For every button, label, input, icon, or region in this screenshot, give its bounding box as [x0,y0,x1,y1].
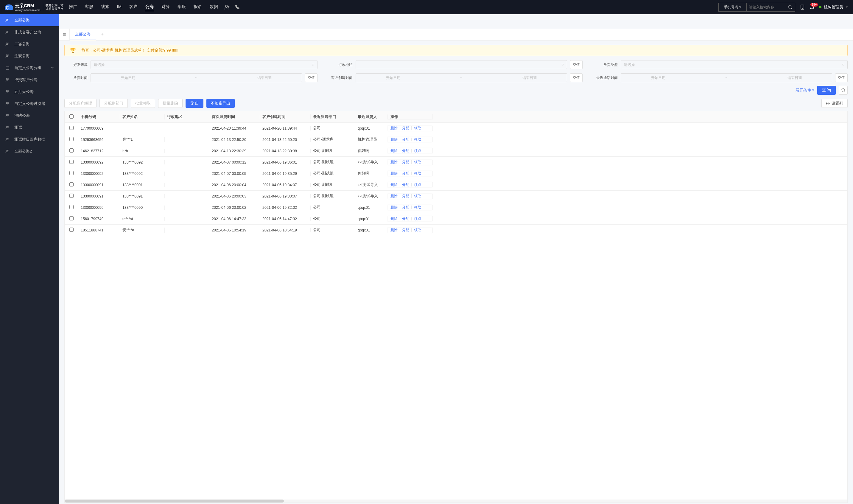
row-checkbox[interactable] [69,182,74,186]
tablet-icon[interactable] [799,4,805,10]
row-checkbox[interactable] [69,228,74,232]
row-assign-link[interactable]: 分配 [402,126,409,131]
notification-bell[interactable]: 99+ [810,4,815,10]
nav-item[interactable]: 数据 [209,3,219,11]
sidebar-item[interactable]: 全部公海2 [0,145,59,157]
row-checkbox[interactable] [69,194,74,198]
sidebar-item[interactable]: 自定义公海分组▽ [0,62,59,74]
search-button[interactable] [785,3,795,11]
abandon-type-select[interactable]: 请选择▽ [621,60,848,69]
set-columns-button[interactable]: 设置列 [821,99,848,108]
row-take-link[interactable]: 领取 [414,126,421,131]
logo[interactable]: 云朵CRM www.yunduocrm.com 教育机构一站式服务云平台 [5,3,63,12]
row-checkbox[interactable] [69,137,74,141]
row-take-link[interactable]: 领取 [414,182,421,187]
sidebar-item[interactable]: 全部公海 [0,14,59,26]
tabs-collapse-icon[interactable] [59,29,70,40]
sidebar-item[interactable]: 成交客户公海 [0,74,59,86]
sidebar-item[interactable]: 消防公海 [0,110,59,122]
assign-dept-button[interactable]: 分配到部门 [99,99,128,108]
nav-item[interactable]: 财务 [161,3,170,11]
row-assign-link[interactable]: 分配 [402,171,409,176]
nav-item[interactable]: 客户 [129,3,138,11]
row-take-link[interactable]: 领取 [414,216,421,221]
row-assign-link[interactable]: 分配 [402,228,409,233]
nav-item[interactable]: 线索 [101,3,110,11]
row-assign-link[interactable]: 分配 [402,216,409,221]
refresh-button[interactable] [839,86,848,95]
sidebar-item[interactable]: 注安公海 [0,50,59,62]
search-type-select[interactable]: 手机号码▽ [719,3,747,11]
export-button[interactable]: 导 出 [185,99,203,108]
batch-delete-button[interactable]: 批量删除 [158,99,183,108]
row-take-link[interactable]: 领取 [414,160,421,165]
expand-filters-link[interactable]: 展开条件▽ [796,88,814,93]
row-checkbox[interactable] [69,171,74,175]
sidebar-item[interactable]: 测试 [0,122,59,133]
cell-phone: 13300000092 [78,160,120,164]
nav-item[interactable]: 报名 [193,3,202,11]
phone-icon[interactable] [234,4,240,10]
row-take-link[interactable]: 领取 [414,137,421,142]
row-checkbox[interactable] [69,160,74,164]
user-menu[interactable]: 机构管理员 ▼ [819,4,848,10]
row-assign-link[interactable]: 分配 [402,148,409,154]
search-input[interactable] [747,3,785,11]
nav-item[interactable]: 客服 [84,3,94,11]
last-call-null-button[interactable]: 空值 [835,73,848,82]
region-null-button[interactable]: 空值 [570,60,583,69]
row-checkbox[interactable] [69,148,74,152]
row-take-link[interactable]: 领取 [414,171,421,176]
assign-manager-button[interactable]: 分配客户经理 [64,99,96,108]
friend-source-select[interactable]: 请选择▽ [91,60,317,69]
tab-all-sea[interactable]: 全部公海 [70,29,96,40]
row-checkbox[interactable] [69,126,74,130]
row-delete-link[interactable]: 删除 [391,205,398,210]
row-delete-link[interactable]: 删除 [391,171,398,176]
row-delete-link[interactable]: 删除 [391,228,398,233]
sidebar-item[interactable]: 非成交客户公海 [0,26,59,38]
cloud-icon [5,4,13,10]
row-delete-link[interactable]: 删除 [391,126,398,131]
create-time-range[interactable]: 开始日期~结束日期 [356,73,567,82]
row-take-link[interactable]: 领取 [414,194,421,199]
nav-item[interactable]: 学服 [177,3,186,11]
add-user-icon[interactable] [224,4,230,10]
sidebar-item[interactable]: 自定义公海过滤器 [0,98,59,110]
horizontal-scrollbar[interactable] [65,500,847,503]
row-assign-link[interactable]: 分配 [402,182,409,187]
sidebar-item[interactable]: 测试昨日回库数据 [0,133,59,145]
row-assign-link[interactable]: 分配 [402,194,409,199]
nav-item[interactable]: IM [116,3,122,11]
row-assign-link[interactable]: 分配 [402,160,409,165]
create-time-null-button[interactable]: 空值 [570,73,583,82]
row-delete-link[interactable]: 删除 [391,137,398,142]
row-delete-link[interactable]: 删除 [391,148,398,154]
tab-add-button[interactable]: + [96,29,108,40]
row-take-link[interactable]: 领取 [414,228,421,233]
query-button[interactable]: 查 询 [817,86,836,95]
row-checkbox[interactable] [69,216,74,220]
row-checkbox[interactable] [69,205,74,209]
row-delete-link[interactable]: 删除 [391,194,398,199]
row-assign-link[interactable]: 分配 [402,205,409,210]
cell-phone: 13300000091 [78,194,120,198]
nav-item[interactable]: 推广 [68,3,78,11]
region-select[interactable]: ▽ [356,60,567,69]
row-delete-link[interactable]: 删除 [391,182,398,187]
export-plain-button[interactable]: 不加密导出 [206,99,235,108]
row-delete-link[interactable]: 删除 [391,160,398,165]
batch-take-button[interactable]: 批量领取 [131,99,155,108]
last-call-range[interactable]: 开始日期~结束日期 [621,73,832,82]
row-assign-link[interactable]: 分配 [402,137,409,142]
sidebar-item[interactable]: 五月天公海 [0,86,59,98]
sidebar-item[interactable]: 二咨公海 [0,38,59,50]
trophy-icon: 🏆 [70,48,76,53]
abandon-time-range[interactable]: 开始日期~结束日期 [91,73,302,82]
select-all-checkbox[interactable] [69,114,74,119]
row-delete-link[interactable]: 删除 [391,216,398,221]
row-take-link[interactable]: 领取 [414,148,421,154]
abandon-time-null-button[interactable]: 空值 [305,73,317,82]
nav-item[interactable]: 公海 [145,3,154,11]
row-take-link[interactable]: 领取 [414,205,421,210]
